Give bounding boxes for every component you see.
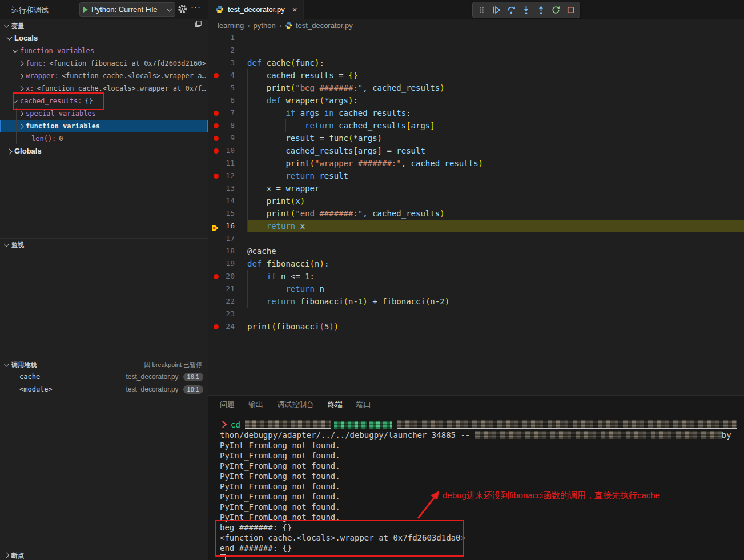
tab-test-decorator[interactable]: test_decorator.py ×: [208, 0, 304, 19]
scope-row[interactable]: Locals: [0, 32, 208, 45]
callstack-frame[interactable]: <module>test_decorator.py18:1: [0, 383, 208, 396]
code-line[interactable]: 23: [208, 308, 744, 320]
gutter[interactable]: 11: [208, 157, 247, 170]
chevron-down-icon[interactable]: [12, 98, 18, 103]
terminal[interactable]: cd thon/debugpy/adapter/../../debugpy/la…: [220, 420, 744, 560]
code-line[interactable]: 12return result: [208, 170, 744, 182]
gutter[interactable]: 2: [208, 44, 247, 57]
gutter[interactable]: 21: [208, 283, 247, 295]
gutter[interactable]: 10: [208, 144, 247, 157]
scope-row[interactable]: Globals: [0, 145, 208, 158]
code-editor[interactable]: 123def cache(func):4cached_results = {}5…: [208, 31, 744, 333]
gutter[interactable]: 18: [208, 245, 247, 257]
chevron-right-icon[interactable]: [18, 61, 23, 66]
terminal-link[interactable]: by: [722, 430, 731, 440]
more-actions-icon[interactable]: ···: [191, 2, 201, 11]
gutter[interactable]: 23: [208, 308, 247, 320]
code-line[interactable]: 6def wrapper(*args):: [208, 94, 744, 107]
gutter[interactable]: 19: [208, 257, 247, 270]
code-line[interactable]: 21return n: [208, 283, 744, 295]
scope-row[interactable]: function variables: [0, 120, 208, 132]
breakpoint-icon[interactable]: [214, 274, 219, 279]
code-line[interactable]: 1: [208, 31, 744, 44]
code-line[interactable]: 2: [208, 44, 744, 57]
code-line[interactable]: 18@cache: [208, 245, 744, 257]
gutter[interactable]: 15: [208, 207, 247, 220]
code-line[interactable]: 9result = func(*args): [208, 132, 744, 144]
variable-row[interactable]: func:<function fibonacci at 0x7fd2603d21…: [0, 57, 208, 70]
gutter[interactable]: 14: [208, 195, 247, 207]
gutter[interactable]: 13: [208, 182, 247, 195]
gutter[interactable]: 16: [208, 220, 247, 232]
code-line[interactable]: 10cached_results[args] = result: [208, 144, 744, 157]
code-line[interactable]: 4cached_results = {}: [208, 69, 744, 82]
code-line[interactable]: 24print(fibonacci(5)): [208, 320, 744, 333]
gutter[interactable]: 6: [208, 94, 247, 107]
terminal-link[interactable]: thon/debugpy/adapter/../../debugpy/launc…: [220, 430, 427, 440]
code-line[interactable]: 20if n <= 1:: [208, 270, 744, 283]
panel-tab-端口[interactable]: 端口: [356, 396, 371, 413]
breakpoint-icon[interactable]: [214, 324, 219, 329]
breadcrumb-item-python[interactable]: python: [254, 21, 276, 30]
step-into-icon[interactable]: [521, 5, 531, 15]
code-line[interactable]: 7if args in cached_results:: [208, 107, 744, 119]
debug-start-icon[interactable]: [83, 7, 88, 13]
gutter[interactable]: 7: [208, 107, 247, 119]
gutter[interactable]: 5: [208, 82, 247, 94]
panel-tab-调试控制台[interactable]: 调试控制台: [277, 396, 314, 413]
gutter[interactable]: 1: [208, 31, 247, 44]
gutter[interactable]: 22: [208, 295, 247, 308]
breakpoint-icon[interactable]: [214, 148, 219, 154]
panel-tab-终端[interactable]: 终端: [328, 396, 343, 413]
chevron-right-icon[interactable]: [18, 86, 23, 91]
variable-row[interactable]: wrapper:<function cache.<locals>.wrapper…: [0, 70, 208, 82]
callstack-frame[interactable]: cachetest_decorator.py16:1: [0, 370, 208, 383]
code-line[interactable]: 15print("end #######:", cached_results): [208, 207, 744, 220]
chevron-right-icon[interactable]: [6, 148, 12, 154]
callstack-section-header[interactable]: 调用堆栈 因 breakpoint 已暂停: [0, 358, 208, 370]
variable-row[interactable]: len():0: [0, 132, 208, 145]
close-icon[interactable]: ×: [292, 5, 297, 14]
breakpoint-icon[interactable]: [214, 73, 219, 78]
gutter[interactable]: 20: [208, 270, 247, 283]
stop-icon[interactable]: [566, 5, 576, 15]
code-line[interactable]: 3def cache(func):: [208, 57, 744, 69]
code-line[interactable]: 22return fibonacci(n-1) + fibonacci(n-2): [208, 295, 744, 308]
variables-section-header[interactable]: 变量: [0, 19, 208, 31]
gutter[interactable]: 4: [208, 69, 247, 82]
code-line[interactable]: 16return x: [208, 220, 744, 232]
step-out-icon[interactable]: [536, 5, 546, 15]
panel-tab-问题[interactable]: 问题: [220, 396, 235, 413]
breakpoint-icon[interactable]: [214, 111, 219, 116]
chevron-down-icon[interactable]: [12, 47, 18, 53]
chevron-right-icon[interactable]: [18, 123, 23, 129]
gutter[interactable]: 12: [208, 170, 247, 182]
variable-row[interactable]: x:<function cache.<locals>.wrapper at 0x…: [0, 82, 208, 95]
chevron-down-icon[interactable]: [6, 35, 12, 41]
code-line[interactable]: 17: [208, 232, 744, 245]
breadcrumb-item-file[interactable]: test_decorator.py: [296, 21, 353, 30]
variable-row[interactable]: cached_results:{}: [0, 95, 208, 107]
code-line[interactable]: 13x = wrapper: [208, 182, 744, 195]
chevron-right-icon[interactable]: [18, 111, 23, 116]
breakpoints-section-header[interactable]: 断点: [0, 550, 208, 560]
code-line[interactable]: 11print("wrapper #######:", cached_resul…: [208, 157, 744, 170]
breakpoint-icon[interactable]: [214, 174, 219, 179]
launch-config-dropdown[interactable]: Python: Current File: [79, 2, 175, 17]
gutter[interactable]: 3: [208, 57, 247, 69]
chevron-right-icon[interactable]: [18, 73, 23, 79]
open-view-icon[interactable]: [194, 19, 202, 32]
code-line[interactable]: 8return cached_results[args]: [208, 119, 744, 132]
code-line[interactable]: 5print("beg #######:", cached_results): [208, 82, 744, 94]
gutter[interactable]: 17: [208, 232, 247, 245]
gutter[interactable]: 9: [208, 132, 247, 144]
restart-icon[interactable]: [551, 5, 561, 15]
gutter[interactable]: 24: [208, 320, 247, 333]
gutter[interactable]: 8: [208, 119, 247, 132]
continue-icon[interactable]: [492, 5, 501, 15]
step-over-icon[interactable]: [506, 5, 516, 15]
scope-row[interactable]: function variables: [0, 45, 208, 57]
panel-tab-输出[interactable]: 输出: [248, 396, 263, 413]
breadcrumb-item-learning[interactable]: learning: [218, 21, 244, 30]
code-line[interactable]: 19def fibonacci(n):: [208, 257, 744, 270]
